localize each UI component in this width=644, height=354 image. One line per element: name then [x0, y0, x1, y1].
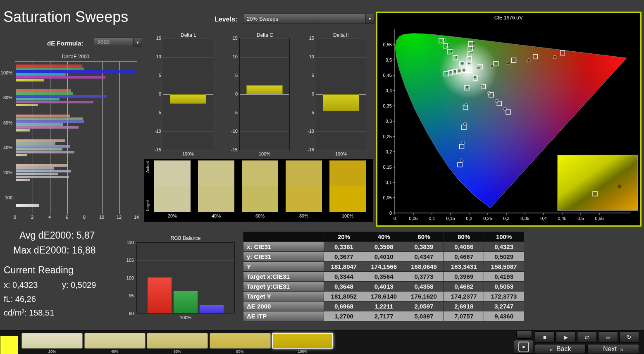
- table-cell: 0,3839: [404, 242, 444, 252]
- x-axis-tick-label: 8: [83, 215, 86, 220]
- table-cell: 0,4193: [484, 272, 524, 282]
- y-tick-label: 0,2: [386, 149, 392, 154]
- table-row: ΔE 20000,69681,22112,05972,69183,2747: [243, 301, 524, 311]
- cie-measured-marker: [507, 62, 510, 65]
- deltae-bar: [16, 204, 39, 207]
- delta-c-ticks: 151050-5-10-15: [229, 38, 239, 150]
- cie-measured-marker: [460, 159, 463, 162]
- table-cell: 0,4667: [444, 252, 484, 262]
- saturation-level-button[interactable]: 80%: [210, 333, 271, 354]
- button-label: 80%: [210, 349, 271, 354]
- play-icon[interactable]: ▶: [556, 331, 576, 343]
- table-cell: 178,6140: [364, 292, 404, 301]
- y-tick-label: 0,1: [386, 180, 392, 185]
- gridline: [137, 261, 234, 261]
- delta-h-chart: Delta H 151050-5-10-15 100%: [305, 32, 367, 157]
- panel-toggle-button[interactable]: [516, 331, 532, 339]
- table-cell: 0,3648: [324, 282, 364, 292]
- levels-select[interactable]: 20% Sweeps ▼: [243, 14, 374, 24]
- table-cell: 0,4358: [404, 282, 444, 292]
- button-label: 60%: [147, 349, 208, 354]
- gridline: [163, 132, 213, 132]
- step-icon[interactable]: ⇄: [577, 331, 597, 343]
- delta-l-chart: Delta L 151050-5-10-15 100%: [152, 32, 214, 157]
- delta-c-xlabel: 100%: [239, 151, 290, 156]
- table-row: ΔE ITP1,27002,71775,03977,07579,4360: [243, 311, 524, 321]
- rgb-balance-title: RGB Balance: [136, 235, 235, 241]
- deltae-bar: [16, 167, 54, 170]
- x-tick-label: 0,1: [429, 216, 435, 221]
- levels-value: 20% Sweeps: [247, 16, 278, 22]
- deltae-group-label: 20%: [3, 170, 12, 175]
- cie-measured-marker: [461, 62, 464, 65]
- deltae-chart-title: DeltaE 2000: [15, 54, 136, 60]
- y-axis-tick-label: 15: [309, 36, 314, 41]
- max-de2000: Max dE2000: 16,88: [13, 245, 95, 256]
- saturation-level-button[interactable]: 100%: [272, 333, 333, 354]
- next-button[interactable]: Next »: [587, 344, 639, 354]
- table-cell: 0,3344: [324, 272, 364, 282]
- cie-measured-marker: [480, 84, 484, 87]
- table-cell: 181,8047: [324, 262, 364, 272]
- table-header-row: 20%40%60%80%100%: [243, 232, 524, 242]
- table-cell: 172,3773: [484, 292, 524, 301]
- loop-icon[interactable]: ∞: [598, 331, 618, 343]
- column-header: 100%: [484, 232, 524, 242]
- refresh-icon[interactable]: ↻: [619, 331, 639, 343]
- deltae-bar: [16, 95, 107, 98]
- y-axis-tick-label: 5: [312, 73, 314, 78]
- swatch-label: 80%: [286, 212, 322, 220]
- table-cell: 0,6968: [324, 301, 364, 311]
- avg-de2000: Avg dE2000: 5,87: [19, 230, 95, 241]
- table-cell: 0,4010: [364, 252, 404, 262]
- back-button[interactable]: « Back: [535, 344, 586, 354]
- saturation-level-button[interactable]: 20%: [21, 333, 83, 354]
- y-axis-tick-label: -15: [308, 147, 314, 152]
- table-cell: 174,2377: [444, 292, 484, 301]
- swatch-label: 100%: [329, 212, 366, 220]
- y-tick-label: 0,05: [383, 195, 392, 200]
- button-label: 20%: [21, 349, 83, 354]
- gridline: [240, 57, 289, 57]
- x-tick-label: 0: [394, 216, 396, 221]
- y-axis-tick-label: -15: [231, 147, 238, 152]
- stop-icon[interactable]: ■: [535, 331, 555, 343]
- swatch-label: 20%: [154, 212, 191, 220]
- deltae-group-label: 100%: [1, 70, 12, 75]
- sample-swatch: 20%: [154, 160, 191, 222]
- x-axis-tick-label: 0: [14, 215, 16, 220]
- deltae-bar-group: [16, 65, 136, 82]
- table-cell: 158,5087: [484, 262, 524, 272]
- deltae-bar: [16, 98, 60, 100]
- y-axis-tick-label: -5: [157, 110, 161, 115]
- button-swatch: [21, 333, 83, 349]
- stop-measurement-button[interactable]: ■: [514, 340, 533, 354]
- y-axis-tick-label: -5: [234, 110, 238, 115]
- saturation-level-button[interactable]: 40%: [84, 333, 145, 354]
- gridline: [240, 113, 289, 113]
- deltae-bar-group: [16, 164, 136, 182]
- y-tick-label: 0,5: [386, 57, 392, 62]
- y-tick-label: 0,25: [383, 134, 392, 139]
- deltae-bar: [16, 145, 70, 148]
- deltae-bar: [16, 89, 71, 92]
- table-row: Target Y181,8052178,6140176,1620174,2377…: [243, 292, 524, 301]
- deltae-bar: [16, 120, 84, 123]
- deltae-bar: [16, 142, 55, 145]
- de-formula-select[interactable]: 2000 ▼: [94, 38, 142, 47]
- x-tick-label: 0,15: [446, 216, 455, 221]
- delta-l-title: Delta L: [163, 32, 214, 38]
- page-title: Saturation Sweeps: [3, 8, 128, 26]
- saturation-level-button[interactable]: 60%: [147, 333, 208, 354]
- sample-swatch: 40%: [198, 160, 234, 222]
- deltae-bar: [16, 79, 44, 81]
- gridline: [240, 38, 289, 39]
- gridline: [137, 62, 137, 214]
- actual-color-swatch: [329, 160, 366, 186]
- cie-diagram: 00,050,10,150,20,250,30,350,40,450,50,55…: [377, 13, 640, 225]
- delta-c-chart: Delta C 151050-5-10-15 100%: [229, 32, 291, 157]
- x-tick-label: 0,2: [466, 216, 472, 221]
- row-label: y: CIE31: [243, 252, 324, 262]
- gridline: [240, 94, 289, 95]
- gridline: [85, 62, 85, 214]
